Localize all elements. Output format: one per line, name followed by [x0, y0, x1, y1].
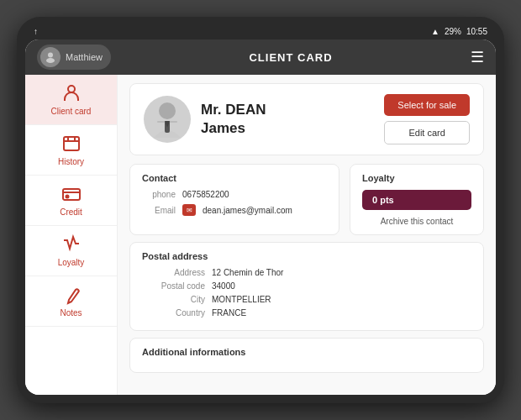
menu-icon[interactable]: ☰: [471, 48, 484, 66]
country-value: FRANCE: [212, 308, 246, 318]
svg-point-2: [68, 86, 75, 92]
status-left: ↑: [34, 27, 38, 36]
sidebar-label-notes: Notes: [60, 308, 82, 318]
wifi-icon: ▲: [431, 27, 439, 36]
status-bar: ↑ ▲ 29% 10:55: [25, 25, 496, 39]
page-title: CLIENT CARD: [249, 51, 332, 64]
contact-block: Contact phone 0675852200 Email ✉ dean.ja…: [129, 164, 339, 235]
phone-row: phone 0675852200: [142, 190, 327, 199]
signal-icon: ↑: [34, 27, 38, 36]
loyalty-block: Loyalty 0 pts Archive this contact: [350, 164, 484, 235]
loyalty-points: 0 pts: [362, 190, 471, 210]
sidebar-item-notes[interactable]: Notes: [25, 276, 117, 327]
loyalty-title: Loyalty: [362, 173, 471, 183]
clock: 10:55: [466, 27, 487, 36]
info-section: Contact phone 0675852200 Email ✉ dean.ja…: [129, 164, 484, 235]
sidebar-item-credit[interactable]: Credit: [25, 176, 117, 226]
client-name: Mr. DEAN James: [201, 101, 374, 138]
phone-label: phone: [142, 190, 176, 199]
sidebar-item-loyalty[interactable]: Loyalty: [25, 226, 117, 276]
client-actions: Select for sale Edit card: [384, 94, 470, 144]
avatar: [40, 47, 61, 67]
country-label: Country: [142, 308, 205, 318]
battery-level: 29%: [445, 27, 461, 36]
client-header: Mr. DEAN James Select for sale Edit card: [129, 83, 484, 155]
main-area: Client card History Credit Loyalty Notes: [25, 75, 496, 395]
postal-code-value: 34000: [212, 281, 235, 291]
svg-rect-3: [64, 137, 79, 150]
sidebar-item-client-card[interactable]: Client card: [25, 75, 117, 125]
user-badge[interactable]: Matthiew: [37, 45, 111, 70]
email-value: dean.james@ymail.com: [203, 206, 292, 215]
contact-title: Contact: [142, 173, 327, 183]
phone-value: 0675852200: [182, 190, 229, 199]
address-value: 12 Chemin de Thor: [212, 268, 283, 277]
select-for-sale-button[interactable]: Select for sale: [384, 94, 470, 116]
additional-block: Additional informations: [129, 338, 484, 373]
postal-code-row: Postal code 34000: [142, 281, 471, 291]
client-fullname: Mr. DEAN James: [201, 101, 374, 138]
sidebar-label-loyalty: Loyalty: [58, 258, 85, 267]
svg-point-6: [159, 102, 176, 119]
email-row: Email ✉ dean.james@ymail.com: [142, 204, 327, 216]
svg-point-0: [48, 53, 53, 58]
sidebar: Client card History Credit Loyalty Notes: [25, 75, 118, 395]
postal-code-label: Postal code: [142, 281, 205, 291]
content-area: Mr. DEAN James Select for sale Edit card…: [118, 75, 496, 395]
postal-title: Postal address: [142, 251, 471, 261]
edit-card-button[interactable]: Edit card: [384, 121, 470, 144]
city-value: MONTPELLIER: [212, 295, 271, 304]
email-label: Email: [142, 206, 176, 215]
archive-link[interactable]: Archive this contact: [362, 217, 471, 226]
sidebar-label-history: History: [58, 157, 84, 166]
user-name: Matthiew: [66, 52, 103, 62]
svg-point-5: [66, 196, 68, 198]
sidebar-label-client-card: Client card: [51, 107, 92, 116]
svg-point-1: [46, 58, 55, 63]
postal-block: Postal address Address 12 Chemin de Thor…: [129, 242, 484, 331]
city-label: City: [142, 295, 205, 304]
address-label: Address: [142, 268, 205, 277]
sidebar-label-credit: Credit: [60, 207, 82, 217]
screen: Matthiew CLIENT CARD ☰ Client card Histo…: [25, 39, 496, 395]
country-row: Country FRANCE: [142, 308, 471, 318]
status-right: ▲ 29% 10:55: [431, 27, 487, 36]
tablet-shell: ↑ ▲ 29% 10:55 Matthiew CLIENT CARD ☰: [17, 17, 504, 403]
additional-title: Additional informations: [142, 347, 471, 357]
client-avatar: [144, 96, 191, 143]
svg-rect-4: [63, 189, 80, 200]
email-icon: ✉: [182, 204, 196, 216]
sidebar-item-history[interactable]: History: [25, 125, 117, 176]
top-bar: Matthiew CLIENT CARD ☰: [25, 39, 496, 75]
city-row: City MONTPELLIER: [142, 295, 471, 304]
address-row: Address 12 Chemin de Thor: [142, 268, 471, 277]
